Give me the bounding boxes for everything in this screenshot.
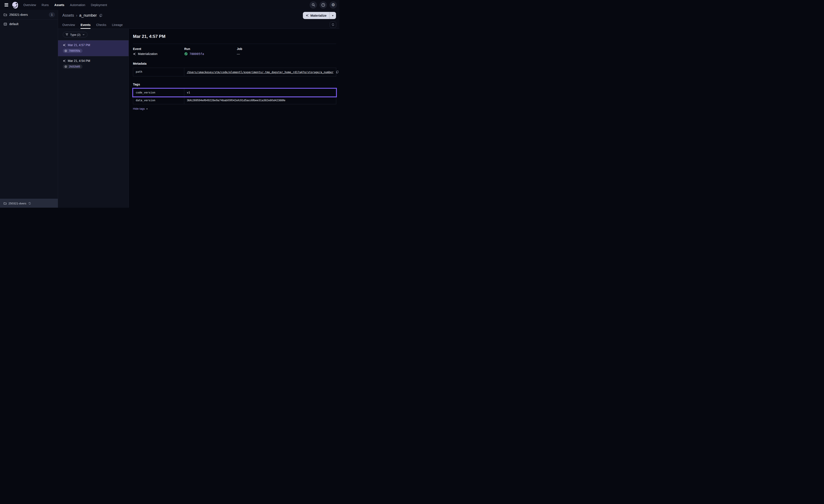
- search-icon: [312, 3, 315, 7]
- tag-row-data-version: data_version 3bfc269594ef649228e9a74bab0…: [133, 97, 336, 104]
- breadcrumb: Assets › a_number: [62, 13, 103, 18]
- metadata-row-path: path /Users/smackesey/stm/code/elementl/…: [133, 68, 336, 76]
- nav-item-assets[interactable]: Assets: [54, 3, 64, 7]
- chevron-down-icon: [82, 33, 85, 36]
- sidebar-group-label: 250321-dvers: [9, 13, 28, 16]
- nav-item-automation[interactable]: Automation: [70, 3, 85, 7]
- asset-group-icon: [3, 22, 7, 26]
- tab-events[interactable]: Events: [81, 21, 91, 28]
- event-type-value: Materialization: [133, 52, 184, 55]
- path-link[interactable]: /Users/smackesey/stm/code/elementl/exper…: [187, 71, 333, 74]
- tags-table: code_version v1 data_version 3bfc269594e…: [133, 89, 336, 104]
- folder-icon: [3, 202, 7, 205]
- event-info-grid: Event Run Job Materialization 788005fa —: [133, 47, 336, 55]
- menu-button[interactable]: [3, 1, 10, 9]
- materialization-sparkle-icon: [63, 43, 66, 47]
- gear-icon: ⚙: [331, 3, 335, 7]
- sidebar-item-default[interactable]: default: [0, 20, 58, 28]
- run-target-icon: [64, 49, 67, 52]
- sidebar-group-250321-dvers[interactable]: 250321-dvers 1: [0, 10, 58, 20]
- run-value: 788005fa: [184, 52, 237, 55]
- event-list-item-selected[interactable]: Mar 21, 4:57 PM 788005fa: [58, 40, 129, 56]
- events-list-panel: Type (2) Mar 21, 4:57 PM 788005fa: [58, 29, 129, 208]
- run-target-icon: [64, 65, 67, 68]
- event-time: Mar 21, 4:57 PM: [63, 43, 125, 47]
- tag-value: v1: [184, 89, 336, 96]
- materialize-button[interactable]: Materialize: [303, 12, 329, 19]
- run-success-check-icon: [184, 52, 188, 55]
- run-id-link[interactable]: 788005fa: [189, 52, 204, 55]
- breadcrumb-assets-link[interactable]: Assets: [62, 13, 74, 18]
- filter-row: Type (2): [58, 29, 129, 40]
- nav-item-runs[interactable]: Runs: [41, 3, 49, 7]
- triangle-up-icon: ▲: [146, 108, 148, 110]
- materialize-split-button: Materialize ▾: [303, 12, 336, 19]
- main-area: Assets › a_number Materialize: [58, 10, 339, 208]
- help-button[interactable]: [320, 1, 327, 9]
- metadata-key: path: [133, 68, 184, 76]
- sparkle-icon: [306, 14, 309, 17]
- metadata-value: /Users/smackesey/stm/code/elementl/exper…: [184, 68, 336, 76]
- sidebar-item-label: default: [9, 22, 18, 26]
- caret-down-icon: ▾: [332, 14, 333, 17]
- dagster-logo[interactable]: [11, 1, 19, 9]
- asset-name: a_number: [79, 13, 97, 18]
- primary-nav: Overview Runs Assets Automation Deployme…: [23, 3, 107, 7]
- hide-tags-link[interactable]: Hide tags ▲: [133, 107, 148, 110]
- code-location-status-row[interactable]: 250321-dvers: [0, 199, 58, 208]
- chevron-right-icon: ›: [76, 13, 77, 18]
- copy-asset-name-button[interactable]: [99, 13, 103, 17]
- reload-icon[interactable]: [28, 202, 31, 205]
- job-value: —: [237, 52, 336, 55]
- sidebar-spacer: [0, 28, 58, 199]
- events-content: Type (2) Mar 21, 4:57 PM 788005fa: [58, 29, 339, 208]
- metadata-heading: Metadata: [133, 62, 336, 65]
- search-button[interactable]: [310, 1, 317, 9]
- tab-lineage[interactable]: Lineage: [112, 21, 123, 28]
- event-detail-title: Mar 21, 4:57 PM: [133, 32, 336, 39]
- job-column-label: Job: [237, 47, 336, 50]
- code-location-label: 250321-dvers: [8, 202, 26, 205]
- settings-button[interactable]: ⚙: [329, 1, 337, 9]
- nav-item-deployment[interactable]: Deployment: [91, 3, 107, 7]
- event-time: Mar 21, 4:54 PM: [63, 59, 125, 62]
- materialization-sparkle-icon: [63, 59, 66, 62]
- tag-key: code_version: [133, 89, 184, 96]
- tab-checks[interactable]: Checks: [96, 21, 106, 28]
- event-column-label: Event: [133, 47, 184, 50]
- metadata-table: path /Users/smackesey/stm/code/elementl/…: [133, 68, 336, 76]
- copy-path-button[interactable]: [335, 70, 339, 74]
- event-detail-panel: Mar 21, 4:57 PM Event Run Job Materializ…: [129, 29, 339, 208]
- nav-item-overview[interactable]: Overview: [23, 3, 36, 7]
- help-icon: [321, 3, 325, 7]
- run-id-chip[interactable]: 2fd32b85: [63, 65, 83, 69]
- copy-icon: [99, 14, 102, 17]
- run-id-chip[interactable]: 788005fa: [63, 49, 83, 53]
- asset-catalog-sidebar: 250321-dvers 1 default 250321-dvers: [0, 10, 58, 208]
- materialization-sparkle-icon: [133, 52, 136, 55]
- run-column-label: Run: [184, 47, 237, 50]
- refresh-button[interactable]: [330, 21, 336, 28]
- materialize-dropdown-button[interactable]: ▾: [329, 12, 336, 19]
- asset-tabs: Overview Events Checks Lineage: [62, 21, 123, 28]
- top-nav-bar: Overview Runs Assets Automation Deployme…: [0, 0, 339, 10]
- tag-key: data_version: [133, 97, 184, 104]
- asset-tabs-row: Overview Events Checks Lineage: [58, 21, 339, 29]
- tag-value: 3bfc269594ef649228e9a74bab00f042efc91d5a…: [184, 97, 336, 104]
- asset-count-badge: 1: [49, 12, 55, 17]
- app-body: 250321-dvers 1 default 250321-dvers Asse…: [0, 10, 339, 208]
- folder-icon: [3, 13, 7, 17]
- dagster-app: Overview Runs Assets Automation Deployme…: [0, 0, 339, 208]
- breadcrumb-row: Assets › a_number Materialize: [58, 10, 339, 21]
- refresh-icon: [331, 23, 334, 26]
- filter-funnel-icon: [66, 33, 69, 36]
- asset-header: Assets › a_number Materialize: [58, 10, 339, 29]
- tab-overview[interactable]: Overview: [62, 21, 75, 28]
- type-filter-button[interactable]: Type (2): [63, 32, 88, 37]
- tag-row-code-version: code_version v1: [133, 89, 336, 97]
- copy-icon: [336, 71, 339, 74]
- tags-heading: Tags: [133, 83, 336, 86]
- event-list-item[interactable]: Mar 21, 4:54 PM 2fd32b85: [58, 56, 129, 72]
